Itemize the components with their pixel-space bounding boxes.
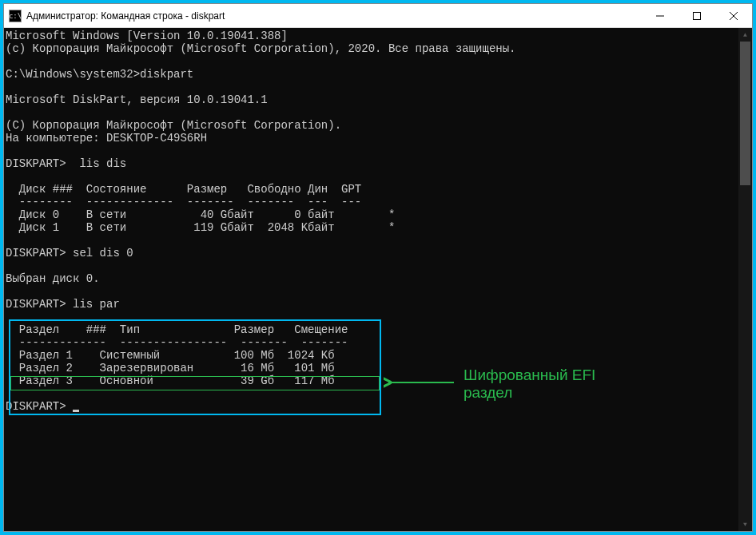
close-button[interactable] (715, 4, 752, 27)
console-line: (c) Корпорация Майкрософт (Microsoft Cor… (6, 42, 516, 55)
maximize-icon (693, 12, 701, 20)
console-line: Раздел 2 Зарезервирован 16 Mб 101 Mб (6, 362, 335, 374)
maximize-button[interactable] (678, 4, 715, 27)
console-line: Диск 0 В сети 40 Gбайт 0 байт * (6, 208, 395, 221)
console-line: Раздел 1 Системный 100 Mб 1024 Kб (6, 349, 335, 362)
console-line: ------------- ---------------- ------- -… (6, 336, 348, 349)
cmd-icon: c:\ (9, 10, 22, 22)
scroll-up-icon[interactable]: ▲ (738, 28, 752, 42)
console-line: (C) Корпорация Майкрософт (Microsoft Cor… (6, 119, 341, 132)
titlebar: c:\ Администратор: Командная строка - di… (4, 4, 752, 28)
console-container: Microsoft Windows [Version 10.0.19041.38… (4, 28, 752, 531)
console-line: C:\Windows\system32>diskpart (6, 68, 193, 81)
console-output[interactable]: Microsoft Windows [Version 10.0.19041.38… (4, 28, 738, 531)
console-line: Раздел 3 Основной 39 Gб 117 Mб (6, 374, 335, 387)
window-controls (642, 4, 752, 27)
close-icon (730, 12, 738, 20)
console-line: Выбран диск 0. (6, 272, 100, 285)
console-line: DISKPART> sel dis 0 (6, 247, 133, 260)
svg-rect-1 (694, 12, 701, 19)
cmd-window: c:\ Администратор: Командная строка - di… (3, 3, 753, 532)
window-title: Администратор: Командная строка - diskpa… (26, 10, 642, 22)
minimize-icon (656, 12, 664, 20)
console-line: DISKPART> lis par (6, 298, 120, 311)
scroll-down-icon[interactable]: ▼ (738, 517, 752, 531)
console-line: Диск 1 В сети 119 Gбайт 2048 Kбайт * (6, 221, 395, 234)
scroll-thumb[interactable] (740, 42, 750, 185)
console-line: Microsoft DiskPart, версия 10.0.19041.1 (6, 93, 268, 106)
scrollbar[interactable]: ▲ ▼ (738, 28, 752, 531)
console-line: На компьютере: DESKTOP-C49S6RH (6, 132, 207, 145)
cursor (73, 410, 79, 412)
console-line: Раздел ### Тип Размер Смещение (6, 323, 348, 336)
console-line: Диск ### Состояние Размер Свободно Дин G… (6, 183, 361, 196)
annotation-text: Шифрованный EFI раздел (464, 367, 595, 402)
console-line: -------- ------------- ------- ------- -… (6, 196, 361, 208)
console-line: Microsoft Windows [Version 10.0.19041.38… (6, 30, 288, 42)
minimize-button[interactable] (642, 4, 678, 27)
console-line: DISKPART> (6, 400, 73, 413)
console-line: DISKPART> lis dis (6, 157, 126, 170)
scroll-track[interactable] (738, 42, 752, 517)
